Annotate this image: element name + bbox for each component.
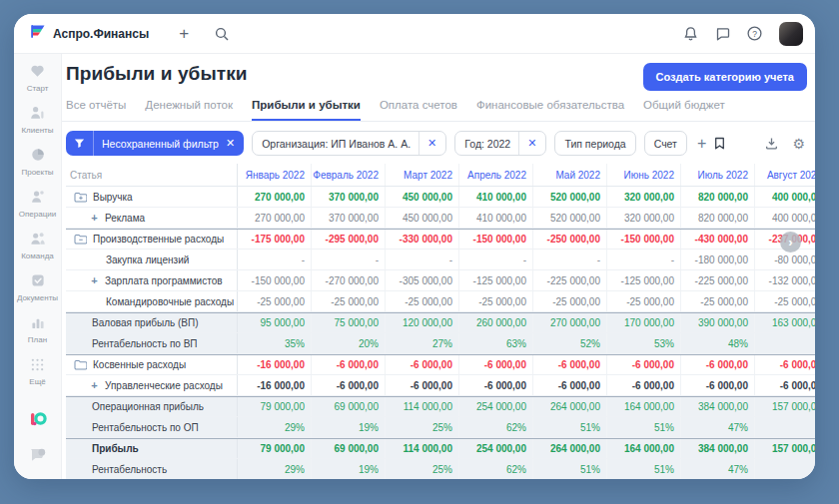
page-title: Прибыли и убытки (66, 63, 248, 85)
table-row[interactable]: Выручка270 000,00370 000,00450 000,00410… (66, 187, 815, 208)
download-icon[interactable] (765, 137, 778, 150)
value-cell: -132 000,00 (755, 270, 815, 290)
expand-plus-icon[interactable]: + (90, 275, 99, 286)
sidebar-item-more[interactable]: Ещё (15, 357, 61, 386)
value-cell: 384 000,00 (681, 439, 755, 458)
notifications-icon[interactable] (683, 26, 698, 41)
row-label-cell: Рентабельность по ВП (66, 333, 238, 353)
sidebar: СтартКлиентыПроектыОперацииКомандаДокуме… (14, 54, 62, 479)
tab-pnl[interactable]: Прибыли и убытки (252, 99, 361, 121)
value-cell: 52% (533, 333, 607, 353)
scroll-right-button[interactable]: › (780, 232, 801, 252)
add-filter-icon[interactable]: + (697, 136, 706, 152)
expand-plus-icon[interactable]: + (90, 213, 99, 224)
filter-chip-account[interactable]: Счет (644, 131, 687, 156)
tab-invoices[interactable]: Оплата счетов (380, 99, 457, 121)
value-cell: 410 000,00 (459, 187, 533, 207)
table-row[interactable]: +Реклама270 000,00370 000,00450 000,0041… (66, 208, 815, 229)
table-row[interactable]: Операционная прибыль79 000,0069 000,0011… (66, 396, 815, 417)
pnl-table: Статья Январь 2022Февраль 2022Март 2022А… (62, 164, 815, 479)
table-row[interactable]: Командировочные расходы-25 000,00-25 000… (66, 291, 815, 312)
sidebar-item-start[interactable]: Старт (15, 64, 61, 93)
remove-chip-icon[interactable]: ✕ (419, 132, 436, 155)
product-logo-icon[interactable] (28, 409, 48, 433)
remove-chip-icon[interactable]: ✕ (518, 132, 536, 155)
sidebar-item-projects[interactable]: Проекты (15, 148, 61, 177)
value-cell: 62% (459, 417, 533, 437)
sidebar-item-clients[interactable]: Клиенты (15, 106, 61, 135)
create-category-button[interactable]: Создать категорию учета (643, 63, 808, 91)
sidebar-item-team[interactable]: Команда (15, 232, 61, 260)
table-row[interactable]: Закупка лицензий-------180 000,00-80 000… (66, 250, 815, 270)
value-cell: -6 000,00 (533, 355, 607, 374)
row-label: Прибыль (92, 443, 139, 454)
create-icon[interactable]: + (179, 25, 189, 42)
table-row[interactable]: Валовая прибыль (ВП)95 000,0075 000,0012… (66, 312, 815, 333)
support-chat-icon[interactable] (29, 447, 47, 467)
table-row[interactable]: +Управленческие расходы-16 000,00-6 000,… (66, 375, 815, 396)
tab-budget[interactable]: Общий бюджет (643, 99, 725, 121)
settings-gear-icon[interactable]: ⚙ (792, 137, 805, 151)
row-label: Косвенные расходы (93, 359, 186, 370)
folder-minus-icon[interactable] (74, 234, 87, 245)
value-cell: 164 000,00 (607, 397, 681, 416)
user-avatar[interactable] (779, 22, 803, 46)
topbar-right: ? (683, 22, 803, 46)
row-label: Закупка лицензий (106, 254, 189, 265)
app-window: Аспро.Финансы + (14, 14, 815, 479)
sidebar-item-label: Старт (27, 84, 49, 93)
person-icon (30, 190, 45, 208)
column-header-month-7: Июль 2022 (681, 164, 755, 186)
value-cell: 51% (607, 417, 681, 437)
svg-text:?: ? (752, 29, 757, 39)
value-cell: -6 000,00 (607, 375, 681, 395)
folder-plus-icon[interactable] (74, 192, 87, 203)
filter-chip-period-type[interactable]: Тип периода (554, 131, 635, 156)
value-cell: 270 000,00 (238, 187, 312, 207)
tab-all-reports[interactable]: Все отчёты (66, 99, 126, 121)
tab-cash-flow[interactable]: Денежный поток (145, 99, 233, 121)
table-row[interactable]: Производственные расходы-175 000,00-295 … (66, 229, 815, 250)
value-cell: -150 000,00 (238, 270, 312, 290)
table-row[interactable]: Рентабельность29%19%25%62%51%51%47% (66, 459, 815, 479)
table-row[interactable]: Прибыль79 000,0069 000,00114 000,00254 0… (66, 438, 815, 459)
filter-chip-year[interactable]: Год: 2022✕ (454, 131, 546, 156)
sidebar-item-plan[interactable]: План (15, 315, 61, 344)
table-row[interactable]: Косвенные расходы-16 000,00-6 000,00-6 0… (66, 354, 815, 375)
table-row[interactable]: Рентабельность по ВП35%20%27%63%52%53%48… (66, 333, 815, 354)
app-body: СтартКлиентыПроектыОперацииКомандаДокуме… (14, 54, 815, 479)
help-icon[interactable]: ? (747, 26, 762, 41)
doc-check-icon (31, 273, 45, 291)
remove-filter-icon[interactable]: ✕ (226, 137, 235, 150)
sidebar-item-documents[interactable]: Документы (15, 273, 61, 302)
person-chart-icon (30, 106, 45, 124)
messages-icon[interactable] (715, 27, 730, 41)
value-cell: 157 000,00 (755, 439, 815, 458)
sidebar-item-operations[interactable]: Операции (15, 190, 61, 219)
value-cell: -25 000,00 (459, 291, 533, 311)
topbar: Аспро.Финансы + (14, 14, 815, 54)
value-cell: 410 000,00 (459, 208, 533, 228)
search-icon[interactable] (215, 27, 229, 41)
value-cell: 264 000,00 (533, 439, 607, 458)
app-logo[interactable]: Аспро.Финансы (30, 24, 149, 43)
row-values: -16 000,00-6 000,00-6 000,00-6 000,00-6 … (238, 375, 815, 395)
value-cell: -430 000,00 (681, 230, 755, 249)
bookmark-icon[interactable] (714, 137, 725, 150)
expand-plus-icon[interactable]: + (90, 380, 99, 391)
value-cell: -25 000,00 (681, 291, 755, 311)
unsaved-filter-chip[interactable]: Несохраненный фильтр ✕ (66, 131, 244, 156)
row-label-cell: Производственные расходы (66, 230, 238, 249)
table-row[interactable]: +Зарплата программистов-150 000,00-270 0… (66, 270, 815, 291)
value-cell: 35% (238, 333, 312, 353)
filter-chip-organization[interactable]: Организация: ИП Иванов А. А.✕ (252, 131, 446, 156)
folder-icon[interactable] (74, 359, 87, 370)
column-header-month-3: Март 2022 (386, 164, 459, 186)
tab-liabilities[interactable]: Финансовые обязательства (476, 99, 624, 121)
value-cell: 157 000,00 (755, 397, 815, 416)
value-cell: 164 000,00 (607, 439, 681, 458)
value-cell: - (312, 250, 386, 269)
table-row[interactable]: Рентабельность по ОП29%19%25%62%51%51%47… (66, 417, 815, 438)
row-label-cell: Закупка лицензий (66, 250, 238, 269)
value-cell: 47% (681, 417, 755, 437)
